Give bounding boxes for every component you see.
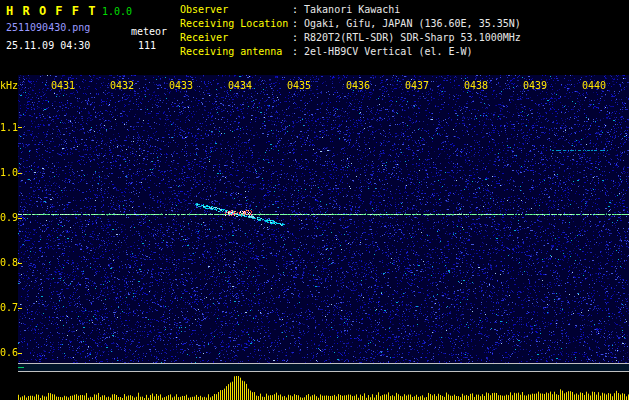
time-tick-label: 0438 [464,80,488,91]
observation-mode: meteor [131,26,167,37]
info-value: Ogaki, Gifu, JAPAN (136.60E, 35.35N) [304,18,521,29]
info-row-location: Receiving Location:Ogaki, Gifu, JAPAN (1… [180,17,521,31]
freq-tick-label: 0.7 [0,302,16,313]
info-value: Takanori Kawachi [304,4,400,15]
output-filename: 2511090430.png [6,22,90,33]
time-tick-label: 0435 [287,80,311,91]
app-version: 1.0.0 [102,6,132,17]
freq-tick-label: 1.1 [0,122,16,133]
info-label: Observer [180,3,292,17]
time-tick-label: 0431 [51,80,75,91]
separator: : [292,46,298,57]
station-info: Observer:Takanori Kawachi Receiving Loca… [180,3,521,59]
spectrogram-canvas [18,75,629,400]
info-row-receiver: Receiver:R820T2(RTL-SDR) SDR-Sharp 53.10… [180,31,521,45]
separator: : [292,32,298,43]
info-row-observer: Observer:Takanori Kawachi [180,3,521,17]
info-label: Receiving Location [180,17,292,31]
info-row-antenna: Receiving antenna:2el-HB9CV Vertical (el… [180,45,521,59]
freq-tick-label: 1.0 [0,167,16,178]
freq-tick-label: 0.8 [0,257,16,268]
freq-tick-label: 0.9 [0,212,16,223]
separator: : [292,4,298,15]
info-value: R820T2(RTL-SDR) SDR-Sharp 53.1000MHz [304,32,521,43]
observation-datetime: 25.11.09 04:30 [6,40,90,51]
echo-count: 111 [138,40,156,51]
time-tick-label: 0433 [169,80,193,91]
info-label: Receiver [180,31,292,45]
time-tick-label: 0436 [346,80,370,91]
y-axis-unit-label: kHz [0,80,18,91]
separator: : [292,18,298,29]
time-tick-label: 0434 [228,80,252,91]
hrofft-output-image: H R O F F T 1.0.0 2511090430.png meteor … [0,0,629,400]
time-tick-label: 0440 [582,80,606,91]
time-tick-label: 0437 [405,80,429,91]
info-label: Receiving antenna [180,45,292,59]
app-title: H R O F F T [6,4,96,18]
info-value: 2el-HB9CV Vertical (el. E-W) [304,46,473,57]
freq-tick-label: 0.6 [0,347,16,358]
time-tick-label: 0432 [110,80,134,91]
time-tick-label: 0439 [523,80,547,91]
